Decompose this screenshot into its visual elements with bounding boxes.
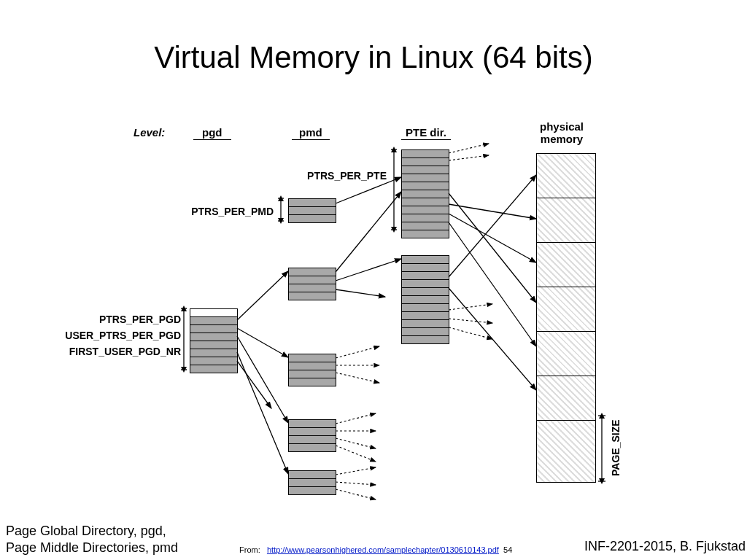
footer-description: Page Global Directory, pgd, Page Middle …: [6, 523, 178, 556]
memory-diagram: Level: pgd pmd PTE dir. physical memory: [88, 113, 686, 507]
svg-line-20: [336, 192, 401, 272]
svg-marker-3: [391, 147, 397, 152]
svg-marker-8: [278, 195, 284, 201]
svg-line-34: [449, 144, 489, 153]
svg-line-24: [336, 346, 379, 358]
svg-line-19: [237, 361, 271, 408]
svg-line-17: [237, 336, 288, 423]
svg-marker-49: [599, 478, 605, 484]
svg-line-38: [449, 214, 536, 262]
svg-marker-4: [391, 227, 397, 233]
label-user-ptrs-per-pgd: USER_PTRS_PER_PGD: [51, 330, 181, 341]
level-label: Level:: [133, 126, 165, 139]
svg-line-35: [449, 155, 489, 160]
level-pte: PTE dir.: [401, 126, 451, 140]
pgd-table: [190, 308, 238, 373]
svg-line-30: [336, 446, 376, 462]
label-first-user-pgd-nr: FIRST_USER_PGD_NR: [51, 346, 181, 357]
footer-line-2: Page Middle Directories, pmd: [6, 540, 178, 556]
svg-line-41: [449, 288, 536, 390]
pte-table-2: [401, 255, 449, 344]
svg-line-44: [449, 327, 492, 339]
diagram-arrows: [88, 113, 686, 507]
pmd-table-5: [288, 470, 336, 495]
svg-marker-9: [278, 218, 284, 224]
svg-line-31: [336, 467, 376, 475]
level-pmd: pmd: [292, 126, 330, 140]
label-page-size: PAGE_SIZE: [610, 419, 622, 476]
svg-line-16: [237, 328, 288, 357]
pmd-table-3: [288, 354, 336, 386]
svg-line-26: [336, 373, 379, 383]
label-ptrs-per-pmd: PTRS_PER_PMD: [182, 206, 274, 217]
footer-line-1: Page Global Directory, pgd,: [6, 523, 178, 540]
svg-marker-48: [599, 413, 605, 419]
pte-table-1: [401, 149, 449, 238]
slide-title: Virtual Memory in Linux (64 bits): [0, 40, 747, 75]
svg-line-15: [237, 271, 288, 320]
svg-line-27: [336, 413, 376, 424]
svg-marker-14: [181, 367, 187, 373]
svg-marker-13: [181, 306, 187, 311]
svg-line-36: [449, 193, 536, 303]
level-phys: physical memory: [540, 120, 584, 146]
pmd-table-1: [288, 198, 336, 223]
footer-source: From: http://www.pearsonhighered.com/sam…: [239, 545, 512, 554]
svg-line-42: [449, 304, 492, 310]
svg-line-29: [336, 438, 376, 448]
pmd-table-2: [288, 268, 336, 300]
footer-page-number: 54: [503, 545, 512, 554]
svg-line-22: [336, 289, 385, 297]
footer-course: INF-2201-2015, B. Fjukstad: [584, 539, 746, 554]
svg-line-33: [336, 489, 376, 499]
pmd-table-4: [288, 419, 336, 452]
footer-source-link[interactable]: http://www.pearsonhighered.com/samplecha…: [267, 545, 499, 554]
svg-line-39: [449, 222, 536, 346]
svg-line-18: [237, 352, 288, 474]
svg-line-43: [449, 319, 492, 323]
level-pgd: pgd: [193, 126, 231, 140]
footer-from-label: From:: [239, 545, 260, 554]
label-ptrs-per-pte: PTRS_PER_PTE: [299, 170, 387, 182]
label-ptrs-per-pgd: PTRS_PER_PGD: [79, 314, 181, 325]
svg-line-40: [449, 175, 536, 277]
svg-line-32: [336, 482, 376, 485]
physical-memory: [536, 153, 596, 483]
svg-line-21: [336, 259, 401, 281]
svg-line-37: [449, 204, 536, 219]
